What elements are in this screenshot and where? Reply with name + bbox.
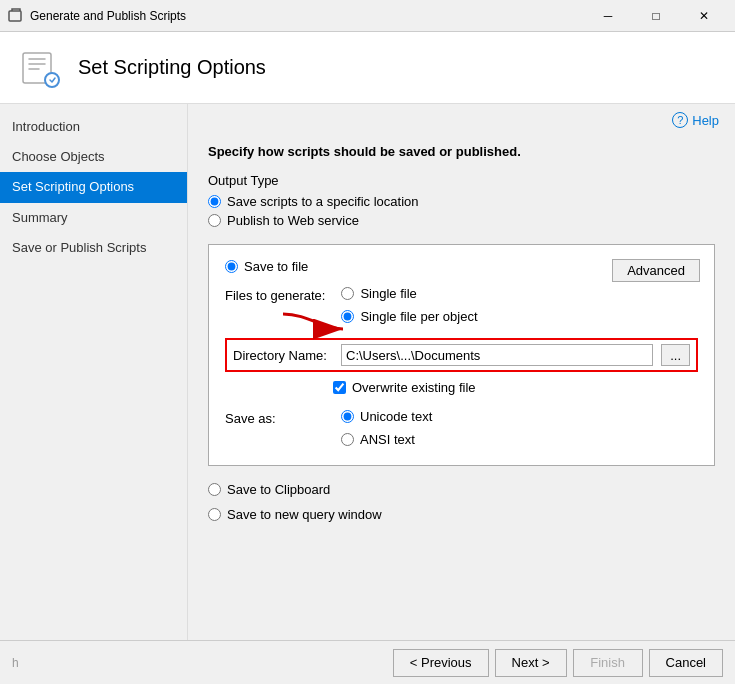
label-save-location[interactable]: Save scripts to a specific location: [227, 194, 418, 209]
help-label: Help: [692, 113, 719, 128]
radio-unicode-text[interactable]: [341, 410, 354, 423]
save-as-options: Unicode text ANSI text: [341, 409, 432, 451]
overwrite-label[interactable]: Overwrite existing file: [352, 380, 476, 395]
overwrite-checkbox[interactable]: [333, 381, 346, 394]
help-icon: ?: [672, 112, 688, 128]
main-layout: Introduction Choose Objects Set Scriptin…: [0, 104, 735, 640]
radio-save-clipboard-row: Save to Clipboard: [208, 482, 715, 497]
close-button[interactable]: ✕: [681, 1, 727, 31]
output-type-label: Output Type: [208, 173, 715, 188]
save-as-label: Save as:: [225, 409, 325, 426]
save-to-file-box: Save to file Advanced Files to generate:…: [208, 244, 715, 466]
title-bar: Generate and Publish Scripts ─ □ ✕: [0, 0, 735, 32]
overwrite-row: Overwrite existing file: [225, 380, 698, 395]
directory-label: Directory Name:: [233, 348, 333, 363]
cancel-button[interactable]: Cancel: [649, 649, 723, 677]
finish-button[interactable]: Finish: [573, 649, 643, 677]
svg-point-2: [45, 73, 59, 87]
radio-publish-web[interactable]: [208, 214, 221, 227]
label-single-file-per-object[interactable]: Single file per object: [360, 309, 477, 324]
content-inner: Specify how scripts should be saved or p…: [188, 104, 735, 640]
radio-save-clipboard[interactable]: [208, 483, 221, 496]
files-generate-options: Single file Single file per object: [341, 286, 477, 328]
radio-save-to-file[interactable]: [225, 260, 238, 273]
footer-spacer: h: [12, 656, 387, 670]
label-save-to-file[interactable]: Save to file: [244, 259, 308, 274]
directory-row: Directory Name: ...: [225, 338, 698, 372]
radio-unicode-row: Unicode text: [341, 409, 432, 424]
sidebar: Introduction Choose Objects Set Scriptin…: [0, 104, 188, 640]
previous-button[interactable]: < Previous: [393, 649, 489, 677]
save-to-file-header: Save to file Advanced: [225, 259, 698, 274]
advanced-button[interactable]: Advanced: [612, 259, 700, 282]
header-icon: [16, 44, 64, 92]
browse-button[interactable]: ...: [661, 344, 690, 366]
save-to-file-radio-row: Save to file: [225, 259, 308, 274]
maximize-button[interactable]: □: [633, 1, 679, 31]
next-button[interactable]: Next >: [495, 649, 567, 677]
specify-text: Specify how scripts should be saved or p…: [208, 144, 715, 159]
directory-input[interactable]: [341, 344, 653, 366]
radio-single-file[interactable]: [341, 287, 354, 300]
header: Set Scripting Options: [0, 32, 735, 104]
radio-single-file-per-object-row: Single file per object: [341, 309, 477, 324]
radio-single-file-per-object[interactable]: [341, 310, 354, 323]
help-link[interactable]: ? Help: [672, 112, 719, 128]
minimize-button[interactable]: ─: [585, 1, 631, 31]
radio-save-location-row: Save scripts to a specific location: [208, 194, 715, 209]
sidebar-item-choose-objects[interactable]: Choose Objects: [0, 142, 187, 172]
label-unicode-text[interactable]: Unicode text: [360, 409, 432, 424]
sidebar-item-save-or-publish[interactable]: Save or Publish Scripts: [0, 233, 187, 263]
files-generate-label: Files to generate:: [225, 286, 325, 303]
window-controls: ─ □ ✕: [585, 1, 727, 31]
output-type-section: Output Type Save scripts to a specific l…: [208, 173, 715, 228]
radio-ansi-row: ANSI text: [341, 432, 432, 447]
label-save-query-window[interactable]: Save to new query window: [227, 507, 382, 522]
label-save-clipboard[interactable]: Save to Clipboard: [227, 482, 330, 497]
radio-save-location[interactable]: [208, 195, 221, 208]
window-icon: [8, 8, 24, 24]
content-area: ? Help Specify how scripts should be sav…: [188, 104, 735, 640]
sidebar-item-set-scripting-options[interactable]: Set Scripting Options: [0, 172, 187, 202]
radio-single-file-row: Single file: [341, 286, 477, 301]
page-title: Set Scripting Options: [78, 56, 266, 79]
footer: h < Previous Next > Finish Cancel: [0, 640, 735, 684]
label-publish-web[interactable]: Publish to Web service: [227, 213, 359, 228]
label-single-file[interactable]: Single file: [360, 286, 416, 301]
radio-publish-web-row: Publish to Web service: [208, 213, 715, 228]
save-as-row: Save as: Unicode text ANSI text: [225, 409, 698, 451]
radio-ansi-text[interactable]: [341, 433, 354, 446]
sidebar-item-introduction[interactable]: Introduction: [0, 112, 187, 142]
window-title: Generate and Publish Scripts: [30, 9, 585, 23]
radio-save-query-row: Save to new query window: [208, 507, 715, 522]
files-generate-row: Files to generate: Single file Single fi…: [225, 286, 698, 328]
sidebar-item-summary[interactable]: Summary: [0, 203, 187, 233]
other-options: Save to Clipboard Save to new query wind…: [208, 482, 715, 526]
radio-save-query-window[interactable]: [208, 508, 221, 521]
svg-rect-0: [9, 11, 21, 21]
label-ansi-text[interactable]: ANSI text: [360, 432, 415, 447]
